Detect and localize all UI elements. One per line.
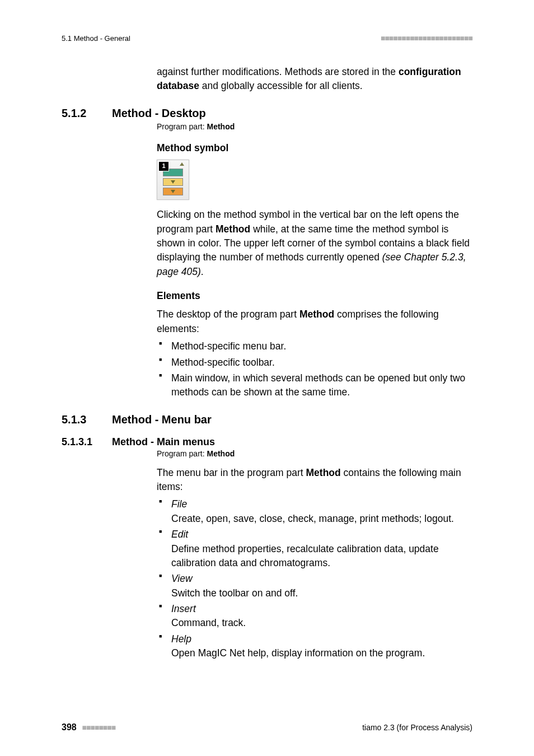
arrow-up-icon	[180, 162, 184, 166]
footer-left: 398 ■■■■■■■■	[62, 722, 115, 732]
elements-intro: The desktop of the program part Method c…	[157, 307, 472, 336]
elements-intro-a: The desktop of the program part	[157, 309, 299, 320]
section-number: 5.1.2	[62, 107, 112, 120]
method-count-badge: 1	[158, 161, 169, 171]
section-title: Method - Menu bar	[112, 413, 212, 426]
page: 5.1 Method - General ■■■■■■■■■■■■■■■■■■■…	[0, 0, 534, 756]
section-5-1-2-body: Method symbol 1 Clicking on the method s…	[157, 141, 472, 400]
header-section-path: 5.1 Method - General	[62, 34, 130, 43]
subsection-number: 5.1.3.1	[62, 436, 112, 448]
menu-desc: Define method properties, recalculate ca…	[171, 542, 472, 571]
menu-desc: Open MagIC Net help, display information…	[171, 646, 472, 660]
page-number: 398	[62, 722, 77, 732]
program-part-value: Method	[207, 122, 235, 131]
list-item: Method-specific toolbar.	[157, 356, 472, 370]
menus-intro-b: Method	[306, 467, 341, 478]
section-number: 5.1.3	[62, 413, 112, 426]
section-5-1-3-1-heading: 5.1.3.1 Method - Main menus	[62, 436, 472, 448]
method-symbol-paragraph: Clicking on the method symbol in the ver…	[157, 208, 472, 279]
list-item-text: Method-specific toolbar.	[171, 357, 275, 368]
p2b: Method	[216, 223, 250, 235]
method-symbol-heading: Method symbol	[157, 141, 472, 155]
page-header: 5.1 Method - General ■■■■■■■■■■■■■■■■■■■…	[62, 34, 472, 43]
program-part-line: Program part: Method	[157, 122, 472, 131]
list-item-text: Method-specific menu bar.	[171, 340, 286, 352]
footer-right: tiamo 2.3 (for Process Analysis)	[362, 723, 472, 732]
list-item: File Create, open, save, close, check, m…	[157, 497, 472, 526]
elements-heading: Elements	[157, 289, 472, 303]
program-part-value: Method	[207, 449, 235, 458]
program-part-label: Program part:	[157, 449, 207, 458]
p2e: .	[201, 266, 204, 277]
menu-name: Help	[171, 633, 191, 645]
subsection-title: Method - Main menus	[112, 436, 215, 448]
menus-intro-a: The menu bar in the program part	[157, 467, 306, 478]
elements-list: Method-specific menu bar. Method-specifi…	[157, 339, 472, 400]
section-title: Method - Desktop	[112, 107, 206, 120]
page-footer: 398 ■■■■■■■■ tiamo 2.3 (for Process Anal…	[62, 722, 472, 732]
menus-list: File Create, open, save, close, check, m…	[157, 497, 472, 660]
list-item: Main window, in which several methods ca…	[157, 371, 472, 400]
intro-text-a: against further modifications. Methods a…	[157, 66, 399, 77]
intro-text-c: and globally accessible for all clients.	[199, 80, 363, 91]
method-symbol-icon: 1	[157, 160, 189, 200]
list-item-text: Main window, in which several methods ca…	[171, 372, 465, 398]
elements-intro-b: Method	[299, 309, 334, 320]
section-5-1-3-heading: 5.1.3 Method - Menu bar	[62, 413, 472, 426]
section-5-1-3-1-body: The menu bar in the program part Method …	[157, 466, 472, 661]
menu-name: View	[171, 573, 193, 584]
program-part-line: Program part: Method	[157, 449, 472, 458]
list-item: Method-specific menu bar.	[157, 339, 472, 353]
intro-continuation: against further modifications. Methods a…	[157, 65, 472, 94]
list-item: Edit Define method properties, recalcula…	[157, 528, 472, 570]
list-item: Help Open MagIC Net help, display inform…	[157, 632, 472, 661]
section-5-1-2-heading: 5.1.2 Method - Desktop	[62, 107, 472, 120]
arrow-down-icon	[171, 190, 175, 193]
arrow-down-icon	[171, 180, 175, 184]
menu-desc: Command, track.	[171, 616, 472, 630]
menu-name: File	[171, 498, 187, 510]
menu-desc: Create, open, save, close, check, manage…	[171, 512, 472, 526]
menu-name: Insert	[171, 603, 196, 614]
menus-intro: The menu bar in the program part Method …	[157, 466, 472, 494]
list-item: Insert Command, track.	[157, 602, 472, 631]
icon-bar-3	[163, 188, 183, 195]
menu-name: Edit	[171, 529, 188, 540]
program-part-label: Program part:	[157, 122, 207, 131]
icon-bar-2	[163, 178, 183, 186]
footer-ornament: ■■■■■■■■	[82, 723, 116, 732]
menu-desc: Switch the toolbar on and off.	[171, 586, 472, 600]
list-item: View Switch the toolbar on and off.	[157, 572, 472, 600]
header-ornament: ■■■■■■■■■■■■■■■■■■■■■■	[381, 34, 472, 43]
